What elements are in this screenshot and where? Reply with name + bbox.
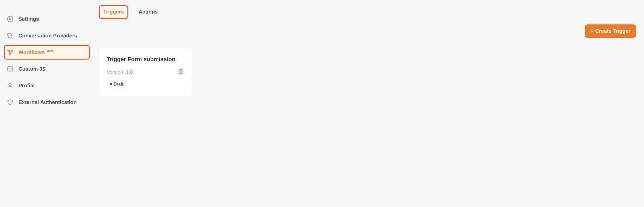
svg-point-3 (9, 53, 11, 54)
sidebar-item-external-authentication[interactable]: External Authentication (4, 95, 90, 109)
svg-point-1 (8, 50, 9, 51)
sidebar-item-profile[interactable]: Profile (4, 78, 90, 93)
trigger-card[interactable]: Trigger Form submission Version: 1.0 Dra… (99, 48, 192, 96)
chat-icon (7, 32, 14, 39)
card-title: Trigger Form submission (107, 56, 185, 63)
toolbar: + Create Trigger (99, 19, 636, 46)
beta-badge: beta (47, 49, 54, 53)
status-text: Draft (114, 82, 123, 87)
sidebar: Settings Conversation Providers Workflow… (0, 0, 94, 207)
create-trigger-button[interactable]: + Create Trigger (585, 24, 636, 38)
sidebar-item-label: Settings (18, 16, 39, 22)
workflow-icon (7, 49, 14, 56)
tab-triggers[interactable]: Triggers (99, 5, 128, 19)
tab-label: Actions (139, 9, 158, 15)
card-settings-button[interactable] (177, 68, 185, 76)
svg-point-2 (11, 50, 12, 51)
trigger-cards: Trigger Form submission Version: 1.0 Dra… (99, 46, 636, 96)
sidebar-item-label: Profile (18, 83, 35, 89)
svg-point-0 (9, 18, 11, 20)
sidebar-item-text: Workflows (18, 49, 45, 55)
svg-point-5 (9, 83, 11, 86)
sidebar-item-label: External Authentication (18, 99, 77, 105)
sidebar-item-settings[interactable]: Settings (4, 12, 90, 26)
gear-icon (178, 68, 184, 75)
status-dot-icon (110, 83, 112, 85)
sidebar-item-label: Workflows beta (18, 49, 54, 55)
svg-point-6 (180, 71, 182, 72)
main-content: Triggers Actions + Create Trigger Trigge… (94, 0, 644, 207)
sidebar-item-workflows[interactable]: Workflows beta (4, 45, 90, 60)
tabs: Triggers Actions (99, 5, 636, 19)
plus-icon: + (590, 28, 594, 34)
version-text: Version: 1.0 (107, 69, 133, 75)
app-layout: Settings Conversation Providers Workflow… (0, 0, 644, 207)
user-icon (7, 82, 14, 89)
status-badge: Draft (107, 81, 127, 88)
code-icon (7, 65, 14, 73)
sidebar-item-custom-js[interactable]: Custom JS (4, 62, 90, 76)
gear-icon (7, 15, 14, 23)
sidebar-item-label: Custom JS (18, 66, 46, 72)
sidebar-item-conversation-providers[interactable]: Conversation Providers (4, 28, 90, 43)
create-button-label: Create Trigger (595, 28, 630, 34)
card-meta: Version: 1.0 (107, 68, 185, 76)
sidebar-item-label: Conversation Providers (18, 33, 77, 39)
shield-icon (7, 99, 14, 106)
tab-label: Triggers (103, 9, 124, 15)
tab-actions[interactable]: Actions (136, 5, 160, 19)
